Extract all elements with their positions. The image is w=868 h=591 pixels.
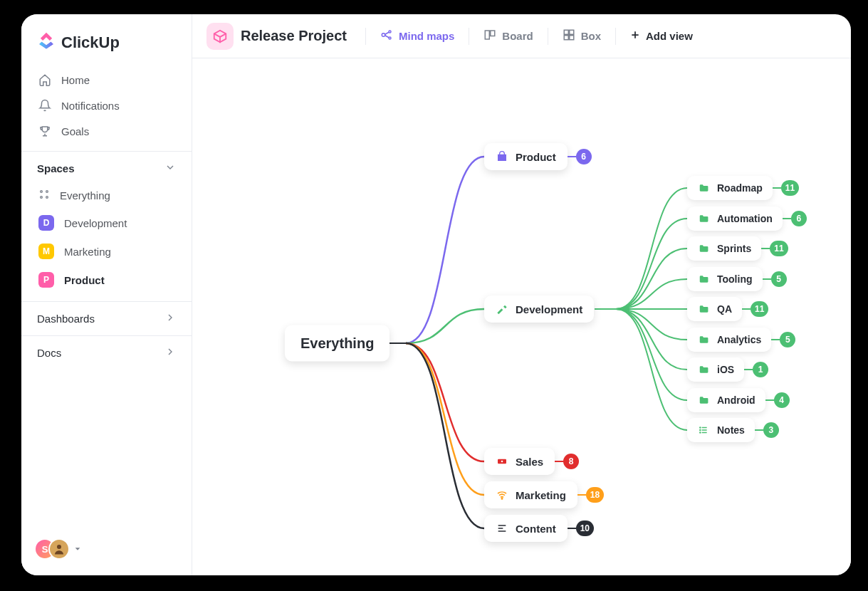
hammer-icon: [496, 303, 508, 315]
count-badge: 5: [780, 332, 795, 347]
avatar-stack[interactable]: S: [34, 538, 70, 560]
nav-home-label: Home: [61, 74, 90, 86]
folder-icon: [697, 394, 710, 407]
plus-icon: [630, 30, 640, 42]
section-docs[interactable]: Docs: [21, 335, 192, 370]
project-title: Release Project: [241, 28, 347, 44]
nav-notifications[interactable]: Notifications: [28, 93, 184, 118]
count-badge: 5: [771, 271, 787, 287]
chevron-down-icon: [164, 162, 176, 175]
node-label: Notes: [717, 424, 745, 436]
count-badge: 11: [751, 301, 768, 317]
add-view-button[interactable]: Add view: [630, 30, 693, 42]
count-badge: 10: [576, 521, 594, 536]
count-badge: 3: [763, 422, 779, 438]
space-marketing[interactable]: M Marketing: [28, 237, 184, 266]
space-product[interactable]: P Product: [28, 266, 184, 294]
view-box[interactable]: Box: [563, 28, 601, 43]
mindmap-canvas[interactable]: Everything Product 6 Development Sales 8: [192, 58, 851, 575]
svg-point-19: [700, 432, 701, 433]
node-android[interactable]: Android4: [687, 388, 765, 412]
node-label: Android: [717, 394, 755, 406]
connector: [771, 339, 780, 340]
folder-icon: [697, 363, 710, 376]
node-label: QA: [717, 303, 732, 315]
svg-rect-9: [491, 31, 495, 36]
node-sprints[interactable]: Sprints11: [687, 236, 761, 261]
bell-icon: [38, 99, 51, 112]
space-marketing-label: Marketing: [64, 246, 111, 258]
project-icon[interactable]: [206, 23, 234, 50]
app-window: ClickUp Home Notifications Goals: [21, 14, 851, 575]
view-mindmaps[interactable]: Mind maps: [380, 28, 454, 43]
space-everything-label: Everything: [60, 189, 110, 202]
nav-goals[interactable]: Goals: [28, 118, 184, 144]
node-development-label: Development: [516, 303, 582, 315]
ticket-icon: [496, 455, 508, 468]
connector: [568, 528, 576, 529]
separator: [548, 28, 548, 45]
space-everything[interactable]: Everything: [28, 182, 184, 209]
svg-point-2: [41, 197, 43, 199]
connector: [773, 187, 781, 189]
node-automation[interactable]: Automation6: [687, 206, 783, 231]
node-product[interactable]: Product 6: [484, 143, 568, 170]
node-tooling[interactable]: Tooling5: [687, 267, 763, 291]
avatar: [48, 538, 70, 560]
svg-point-15: [501, 461, 503, 463]
align-icon: [496, 522, 508, 535]
node-marketing[interactable]: Marketing 18: [484, 481, 577, 508]
node-development[interactable]: Development: [484, 296, 594, 323]
space-badge: P: [38, 272, 54, 288]
folder-icon: [697, 333, 710, 346]
folder-icon: [697, 273, 710, 286]
svg-point-0: [41, 191, 43, 193]
svg-point-3: [46, 197, 48, 199]
nav-notifications-label: Notifications: [61, 100, 120, 112]
svg-rect-11: [569, 30, 573, 34]
space-development-label: Development: [64, 217, 127, 229]
node-label: Analytics: [717, 334, 761, 345]
node-root[interactable]: Everything: [285, 325, 389, 362]
node-sales-label: Sales: [516, 456, 543, 468]
node-label: Roadmap: [717, 182, 763, 194]
node-qa[interactable]: QA11: [687, 297, 742, 321]
separator: [365, 28, 366, 45]
section-dashboards[interactable]: Dashboards: [21, 301, 192, 335]
node-roadmap[interactable]: Roadmap11: [687, 176, 773, 200]
node-notes[interactable]: Notes3: [687, 418, 755, 442]
count-badge: 4: [774, 392, 790, 408]
connector: [742, 308, 751, 310]
view-board[interactable]: Board: [483, 28, 533, 43]
nav-home[interactable]: Home: [28, 67, 184, 93]
bag-icon: [496, 150, 508, 163]
chevron-right-icon: [164, 346, 176, 360]
node-ios[interactable]: iOS1: [687, 357, 744, 382]
connector: [568, 156, 576, 157]
grid-icon: [38, 189, 50, 202]
svg-point-7: [389, 37, 391, 39]
folder-icon: [697, 212, 710, 225]
space-badge: D: [38, 215, 54, 231]
node-content[interactable]: Content 10: [484, 515, 568, 542]
node-root-label: Everything: [300, 335, 374, 352]
separator: [615, 28, 616, 45]
node-analytics[interactable]: Analytics5: [687, 328, 771, 352]
svg-point-18: [700, 429, 701, 430]
box-icon: [563, 28, 575, 43]
space-development[interactable]: D Development: [28, 209, 184, 237]
logo[interactable]: ClickUp: [21, 14, 192, 64]
clickup-logo-icon: [37, 31, 56, 54]
space-product-label: Product: [64, 274, 105, 286]
spaces-header[interactable]: Spaces: [21, 152, 192, 182]
view-header: Release Project Mind maps Board Box Add …: [192, 14, 851, 58]
caret-down-icon[interactable]: [74, 543, 81, 555]
node-sales[interactable]: Sales 8: [484, 448, 555, 475]
connector: [765, 399, 774, 401]
svg-rect-10: [564, 30, 568, 34]
count-badge: 18: [586, 487, 604, 503]
count-badge: 1: [753, 362, 768, 377]
view-box-label: Box: [581, 30, 601, 42]
count-badge: 6: [576, 149, 592, 164]
svg-point-16: [501, 498, 502, 499]
